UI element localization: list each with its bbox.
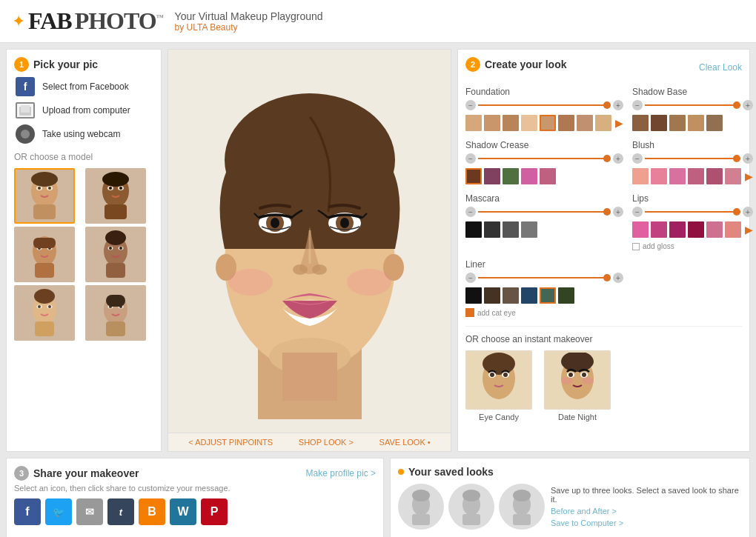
mascara-slider-line[interactable] <box>478 211 611 213</box>
blush-plus[interactable]: + <box>743 153 753 164</box>
liner-swatch-6[interactable] <box>558 287 574 304</box>
share-pinterest-btn[interactable]: P <box>201 498 228 525</box>
shadow-base-swatch-4[interactable] <box>688 115 704 131</box>
foundation-swatch-1[interactable] <box>465 115 482 131</box>
svg-rect-38 <box>106 321 125 336</box>
share-wordpress-btn[interactable]: W <box>170 498 196 525</box>
share-blogger-btn[interactable]: B <box>139 498 165 525</box>
before-after-link[interactable]: Before and After > <box>551 507 742 516</box>
liner-swatch-5[interactable] <box>540 287 556 304</box>
blush-swatch-6[interactable] <box>725 168 741 184</box>
facebook-option[interactable]: f Select from Facebook <box>14 78 153 96</box>
saved-thumb-3[interactable] <box>499 484 545 530</box>
lips-slider-line[interactable] <box>645 211 740 213</box>
shop-look-btn[interactable]: SHOP LOOK > <box>299 438 354 447</box>
liner-swatch-4[interactable] <box>521 287 537 304</box>
model-thumb-6[interactable] <box>85 285 146 341</box>
svg-rect-24 <box>106 263 125 278</box>
blush-slider-line[interactable] <box>645 158 740 159</box>
lips-swatch-1[interactable] <box>632 221 649 238</box>
saved-thumb-1[interactable] <box>398 484 444 530</box>
foundation-swatch-5[interactable] <box>540 115 556 131</box>
mascara-swatch-4[interactable] <box>521 221 537 238</box>
date-night-option[interactable]: Date Night <box>544 350 611 421</box>
mascara-minus[interactable]: − <box>465 207 476 217</box>
shadow-base-swatch-3[interactable] <box>669 115 686 131</box>
svg-point-77 <box>582 373 586 377</box>
foundation-swatch-4[interactable] <box>521 115 537 131</box>
lips-swatch-2[interactable] <box>651 221 667 238</box>
shadow-crease-swatch-5[interactable] <box>540 168 556 184</box>
foundation-swatch-2[interactable] <box>484 115 500 131</box>
add-cat-eye-checkbox[interactable] <box>465 308 474 317</box>
blush-swatch-5[interactable] <box>706 168 723 184</box>
clear-look-btn[interactable]: Clear Look <box>699 62 742 73</box>
model-thumb-2[interactable] <box>85 168 146 224</box>
lips-swatch-5[interactable] <box>706 221 723 238</box>
save-look-btn[interactable]: SAVE LOOK • <box>379 438 431 447</box>
eye-candy-option[interactable]: Eye Candy <box>465 350 532 421</box>
foundation-swatch-6[interactable] <box>558 115 574 131</box>
shadow-crease-plus[interactable]: + <box>613 153 623 164</box>
mascara-plus[interactable]: + <box>613 207 623 217</box>
saved-thumb-2[interactable] <box>448 484 494 530</box>
shadow-crease-swatch-3[interactable] <box>503 168 519 184</box>
shadow-crease-swatch-4[interactable] <box>521 168 537 184</box>
liner-plus[interactable]: + <box>613 273 623 283</box>
shadow-base-plus[interactable]: + <box>743 100 753 110</box>
lips-minus[interactable]: − <box>632 207 643 217</box>
make-profile-btn[interactable]: Make profile pic > <box>306 468 376 478</box>
blush-swatch-4[interactable] <box>688 168 704 184</box>
lips-swatch-3[interactable] <box>669 221 686 238</box>
foundation-slider-line[interactable] <box>478 104 611 106</box>
liner-minus[interactable]: − <box>465 273 476 283</box>
share-tumblr-btn[interactable]: t <box>107 498 134 525</box>
mascara-swatch-2[interactable] <box>484 221 500 238</box>
liner-colors <box>465 287 623 304</box>
foundation-minus[interactable]: − <box>465 100 476 110</box>
share-twitter-btn[interactable]: 🐦 <box>45 498 72 525</box>
model-thumb-3[interactable] <box>14 227 75 282</box>
share-facebook-btn[interactable]: f <box>14 498 41 525</box>
model-thumb-4[interactable] <box>85 227 146 282</box>
foundation-swatch-3[interactable] <box>503 115 519 131</box>
blush-swatch-3[interactable] <box>669 168 686 184</box>
lips-colors: ▶ <box>632 221 753 238</box>
shadow-crease-swatch-1[interactable] <box>465 168 482 184</box>
adjust-pinpoints-btn[interactable]: < ADJUST PINPOINTS <box>188 438 273 447</box>
save-computer-link[interactable]: Save to Computer > <box>551 518 742 527</box>
blush-swatch-1[interactable] <box>632 168 649 184</box>
shadow-crease-swatch-2[interactable] <box>484 168 500 184</box>
add-gloss-checkbox[interactable] <box>632 243 640 250</box>
webcam-option[interactable]: Take using webcam <box>14 125 153 143</box>
foundation-plus[interactable]: + <box>613 100 623 110</box>
shadow-base-minus[interactable]: − <box>632 100 643 110</box>
shadow-base-swatch-5[interactable] <box>706 115 723 131</box>
foundation-swatch-8[interactable] <box>595 115 611 131</box>
liner-swatch-1[interactable] <box>465 287 482 304</box>
model-thumb-5[interactable] <box>14 285 75 341</box>
shadow-base-slider-line[interactable] <box>645 104 740 106</box>
foundation-swatch-7[interactable] <box>577 115 593 131</box>
liner-slider: − + <box>465 273 623 283</box>
shadow-base-swatch-2[interactable] <box>651 115 667 131</box>
model-thumb-1[interactable] <box>14 168 75 224</box>
shadow-base-swatch-1[interactable] <box>632 115 649 131</box>
upload-option[interactable]: Upload from computer <box>14 101 153 119</box>
svg-point-87 <box>513 490 531 501</box>
liner-swatch-2[interactable] <box>484 287 500 304</box>
mascara-swatch-3[interactable] <box>503 221 519 238</box>
section-number-1: 1 <box>14 57 29 72</box>
shadow-crease-minus[interactable]: − <box>465 153 476 164</box>
lips-swatch-4[interactable] <box>688 221 704 238</box>
liner-swatch-3[interactable] <box>503 287 519 304</box>
share-email-btn[interactable]: ✉ <box>76 498 103 525</box>
lips-plus[interactable]: + <box>743 207 753 217</box>
blush-minus[interactable]: − <box>632 153 643 164</box>
mascara-swatch-1[interactable] <box>465 221 482 238</box>
foundation-section: Foundation − + ▶ <box>465 87 623 131</box>
lips-swatch-6[interactable] <box>725 221 741 238</box>
shadow-crease-slider-line[interactable] <box>478 158 611 159</box>
blush-swatch-2[interactable] <box>651 168 667 184</box>
liner-slider-line[interactable] <box>478 277 611 278</box>
